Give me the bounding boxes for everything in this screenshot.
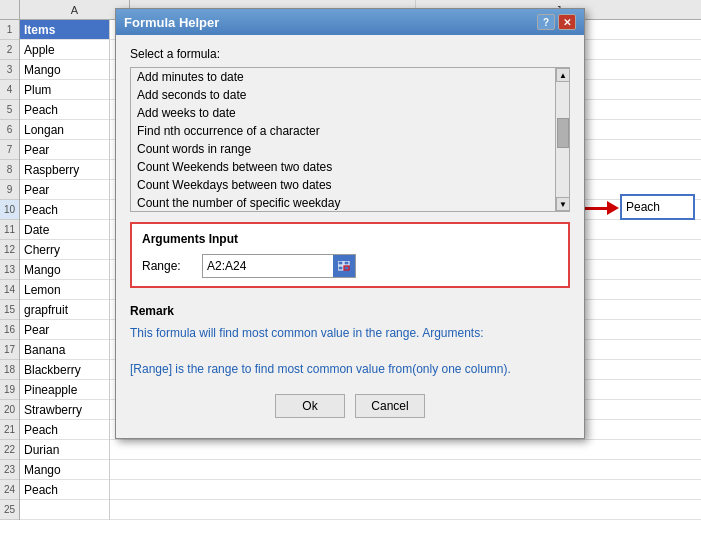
remark-title: Remark (130, 304, 570, 318)
cell-a11[interactable]: Date (20, 220, 109, 240)
cell-a3[interactable]: Mango (20, 60, 109, 80)
args-title: Arguments Input (142, 232, 558, 246)
row-num-3: 3 (0, 60, 19, 80)
remark-text: This formula will find most common value… (130, 324, 570, 378)
formula-item[interactable]: Count the number of specific weekday (131, 194, 555, 211)
row-num-21: 21 (0, 420, 19, 440)
range-input[interactable] (203, 257, 333, 275)
formula-scrollbar[interactable]: ▲ ▼ (555, 68, 569, 211)
row-num-1: 1 (0, 20, 19, 40)
svg-rect-2 (338, 266, 343, 270)
result-value: Peach (626, 200, 660, 214)
dialog-buttons: Ok Cancel (130, 384, 570, 426)
cell-a1[interactable]: Items (20, 20, 109, 40)
cell-a13[interactable]: Mango (20, 260, 109, 280)
cell-a6[interactable]: Longan (20, 120, 109, 140)
row-num-25: 25 (0, 500, 19, 520)
row-num-2: 2 (0, 40, 19, 60)
cell-a20[interactable]: Strawberry (20, 400, 109, 420)
formula-item[interactable]: Add seconds to date (131, 86, 555, 104)
dialog-titlebar: Formula Helper ? ✕ (116, 9, 584, 35)
cell-a25[interactable] (20, 500, 109, 520)
row-num-22: 22 (0, 440, 19, 460)
row-num-23: 23 (0, 460, 19, 480)
cell-a9[interactable]: Pear (20, 180, 109, 200)
row-num-6: 6 (0, 120, 19, 140)
remark-line2: [Range] is the range to find most common… (130, 360, 570, 378)
formula-item[interactable]: Count words in range (131, 140, 555, 158)
formula-item[interactable]: Add minutes to date (131, 68, 555, 86)
cell-j23 (110, 460, 701, 480)
scroll-down-btn[interactable]: ▼ (556, 197, 570, 211)
close-button[interactable]: ✕ (558, 14, 576, 30)
cell-a10[interactable]: Peach (20, 200, 109, 220)
grid-icon (338, 261, 350, 271)
cell-a12[interactable]: Cherry (20, 240, 109, 260)
dialog-content: Select a formula: Add minutes to dateAdd… (116, 35, 584, 438)
row-num-7: 7 (0, 140, 19, 160)
cell-a15[interactable]: grapfruit (20, 300, 109, 320)
svg-rect-1 (344, 261, 349, 265)
remark-line1: This formula will find most common value… (130, 324, 570, 342)
cell-a17[interactable]: Banana (20, 340, 109, 360)
cell-a16[interactable]: Pear (20, 320, 109, 340)
arguments-section: Arguments Input Range: (130, 222, 570, 288)
cell-a2[interactable]: Apple (20, 40, 109, 60)
cancel-button[interactable]: Cancel (355, 394, 425, 418)
cell-a24[interactable]: Peach (20, 480, 109, 500)
formula-list[interactable]: Add minutes to dateAdd seconds to dateAd… (131, 68, 555, 211)
cell-a14[interactable]: Lemon (20, 280, 109, 300)
row-num-19: 19 (0, 380, 19, 400)
formula-item[interactable]: Add weeks to date (131, 104, 555, 122)
scroll-thumb[interactable] (557, 118, 569, 148)
select-formula-label: Select a formula: (130, 47, 570, 61)
col-header-a: A (20, 0, 130, 19)
cell-a22[interactable]: Durian (20, 440, 109, 460)
formula-list-wrapper: Add minutes to dateAdd seconds to dateAd… (130, 67, 570, 212)
result-box: Peach (620, 194, 695, 220)
titlebar-controls: ? ✕ (537, 14, 576, 30)
scroll-up-btn[interactable]: ▲ (556, 68, 570, 82)
cell-a8[interactable]: Raspberry (20, 160, 109, 180)
cell-a23[interactable]: Mango (20, 460, 109, 480)
row-num-5: 5 (0, 100, 19, 120)
formula-helper-dialog: Formula Helper ? ✕ Select a formula: Add… (115, 8, 585, 439)
dialog-title: Formula Helper (124, 15, 219, 30)
cell-a19[interactable]: Pineapple (20, 380, 109, 400)
range-row: Range: (142, 254, 558, 278)
row-num-16: 16 (0, 320, 19, 340)
cell-a7[interactable]: Pear (20, 140, 109, 160)
row-num-8: 8 (0, 160, 19, 180)
row-num-4: 4 (0, 80, 19, 100)
row-num-13: 13 (0, 260, 19, 280)
cell-j22 (110, 440, 701, 460)
row-num-11: 11 (0, 220, 19, 240)
help-button[interactable]: ? (537, 14, 555, 30)
row-headers: 1234567891011121314151617181920212223242… (0, 20, 20, 520)
row-num-20: 20 (0, 400, 19, 420)
formula-item[interactable]: Count Weekends between two dates (131, 158, 555, 176)
row-num-18: 18 (0, 360, 19, 380)
range-picker-btn[interactable] (333, 255, 355, 277)
formula-item[interactable]: Count Weekdays between two dates (131, 176, 555, 194)
formula-item[interactable]: Find nth occurrence of a character (131, 122, 555, 140)
cell-j24 (110, 480, 701, 500)
cell-j25 (110, 500, 701, 520)
row-num-24: 24 (0, 480, 19, 500)
remark-section: Remark This formula will find most commo… (130, 298, 570, 384)
range-label: Range: (142, 259, 192, 273)
range-input-wrap (202, 254, 356, 278)
ok-button[interactable]: Ok (275, 394, 345, 418)
cell-a5[interactable]: Peach (20, 100, 109, 120)
cell-a18[interactable]: Blackberry (20, 360, 109, 380)
row-num-9: 9 (0, 180, 19, 200)
row-num-17: 17 (0, 340, 19, 360)
row-num-15: 15 (0, 300, 19, 320)
svg-rect-3 (344, 266, 349, 270)
cell-a4[interactable]: Plum (20, 80, 109, 100)
svg-rect-0 (338, 261, 343, 265)
row-num-10: 10 (0, 200, 19, 220)
cell-a21[interactable]: Peach (20, 420, 109, 440)
col-a: ItemsAppleMangoPlumPeachLonganPearRaspbe… (20, 20, 110, 520)
row-num-12: 12 (0, 240, 19, 260)
